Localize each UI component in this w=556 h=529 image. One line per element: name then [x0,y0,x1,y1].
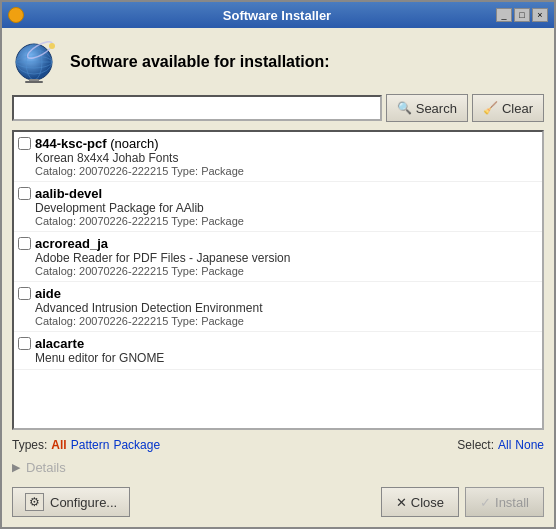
bottom-buttons: ⚙ Configure... ✕ Close ✓ Install [12,483,544,517]
details-arrow-icon: ▶ [12,461,20,474]
types-bar: Types: All Pattern Package Select: All N… [12,438,544,452]
right-button-group: ✕ Close ✓ Install [381,487,544,517]
minimize-button[interactable]: _ [496,8,512,22]
item-catalog: Catalog: 20070226-222215 Type: Package [35,165,536,177]
package-list[interactable]: 844-ksc-pcf (noarch)Korean 8x4x4 Johab F… [12,130,544,430]
item-checkbox[interactable] [18,337,31,350]
item-description: Development Package for AAlib [35,201,536,215]
select-none-link[interactable]: None [515,438,544,452]
item-catalog: Catalog: 20070226-222215 Type: Package [35,265,536,277]
header-section: Software available for installation: [12,38,544,86]
search-icon: 🔍 [397,101,412,115]
svg-rect-6 [25,81,43,83]
item-name: aide [35,286,536,301]
window-title: Software Installer [58,8,496,23]
page-title: Software available for installation: [70,53,330,71]
svg-point-8 [49,43,55,49]
item-name: 844-ksc-pcf (noarch) [35,136,536,151]
configure-button[interactable]: ⚙ Configure... [12,487,130,517]
item-description: Korean 8x4x4 Johab Fonts [35,151,536,165]
details-label: Details [26,460,66,475]
select-section: Select: All None [457,438,544,452]
search-button[interactable]: 🔍 Search [386,94,468,122]
titlebar: Software Installer _ □ × [2,2,554,28]
window-controls: _ □ × [496,8,548,22]
search-input[interactable] [12,95,382,121]
types-section: Types: All Pattern Package [12,438,160,452]
list-item: aalib-develDevelopment Package for AAlib… [14,182,542,232]
list-item: 844-ksc-pcf (noarch)Korean 8x4x4 Johab F… [14,132,542,182]
details-bar: ▶ Details [12,460,544,475]
search-bar: 🔍 Search 🧹 Clear [12,94,544,122]
item-name: acroread_ja [35,236,536,251]
item-name: aalib-devel [35,186,536,201]
configure-icon: ⚙ [25,493,44,511]
close-button[interactable]: ✕ Close [381,487,459,517]
select-all-link[interactable]: All [498,438,511,452]
install-button: ✓ Install [465,487,544,517]
list-item: alacarteMenu editor for GNOME [14,332,542,370]
window-body: Software available for installation: 🔍 S… [2,28,554,527]
item-checkbox[interactable] [18,287,31,300]
item-description: Menu editor for GNOME [35,351,536,365]
types-all-link[interactable]: All [51,438,66,452]
select-label: Select: [457,438,494,452]
maximize-button[interactable]: □ [514,8,530,22]
item-checkbox[interactable] [18,237,31,250]
clear-icon: 🧹 [483,101,498,115]
install-icon: ✓ [480,495,491,510]
clear-button[interactable]: 🧹 Clear [472,94,544,122]
list-item: acroread_jaAdobe Reader for PDF Files - … [14,232,542,282]
item-checkbox[interactable] [18,137,31,150]
list-item: aideAdvanced Intrusion Detection Environ… [14,282,542,332]
types-pattern-link[interactable]: Pattern [71,438,110,452]
close-window-button[interactable]: × [532,8,548,22]
item-catalog: Catalog: 20070226-222215 Type: Package [35,215,536,227]
item-description: Adobe Reader for PDF Files - Japanese ve… [35,251,536,265]
item-name: alacarte [35,336,536,351]
globe-icon [12,38,60,86]
types-label: Types: [12,438,47,452]
item-description: Advanced Intrusion Detection Environment [35,301,536,315]
close-icon: ✕ [396,495,407,510]
types-package-link[interactable]: Package [113,438,160,452]
item-catalog: Catalog: 20070226-222215 Type: Package [35,315,536,327]
main-window: Software Installer _ □ × [0,0,556,529]
item-checkbox[interactable] [18,187,31,200]
